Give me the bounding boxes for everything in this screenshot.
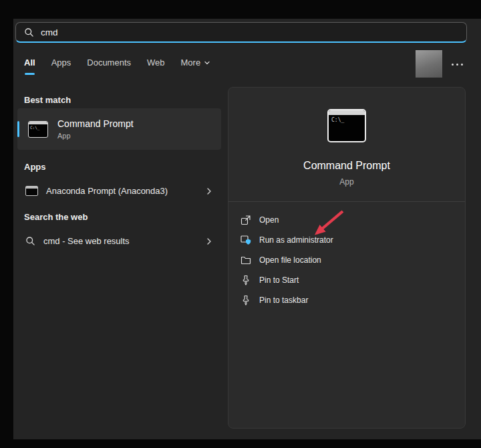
- run-as-admin-icon: [240, 235, 251, 245]
- open-icon: [240, 215, 251, 225]
- pin-icon: [240, 275, 251, 286]
- anaconda-prompt-icon: [25, 186, 38, 196]
- action-label: Open: [259, 215, 279, 225]
- avatar[interactable]: [416, 50, 442, 78]
- start-search-panel: All Apps Documents Web More Best match C…: [13, 19, 481, 439]
- tab-apps[interactable]: Apps: [51, 58, 71, 75]
- list-item-anaconda-prompt[interactable]: Anaconda Prompt (Anaconda3): [17, 177, 221, 205]
- list-item-label: cmd - See web results: [43, 236, 130, 246]
- best-match-subtitle: App: [57, 132, 134, 140]
- best-match-heading: Best match: [24, 95, 71, 105]
- action-label: Pin to Start: [259, 275, 299, 285]
- best-match-title: Command Prompt: [57, 118, 134, 129]
- tab-documents[interactable]: Documents: [87, 58, 131, 75]
- tab-label: More: [181, 58, 201, 68]
- pin-icon: [240, 295, 251, 306]
- apps-heading: Apps: [24, 162, 46, 172]
- command-prompt-icon-large: C:\_: [327, 109, 366, 142]
- list-item-label: Anaconda Prompt (Anaconda3): [46, 186, 168, 196]
- tab-label: Apps: [51, 58, 71, 68]
- tab-all[interactable]: All: [24, 58, 35, 75]
- preview-card: C:\_ Command Prompt App Open Run as admi…: [228, 87, 466, 429]
- search-input[interactable]: [41, 27, 415, 37]
- chevron-down-icon: [204, 60, 210, 66]
- red-arrow-annotation: [305, 208, 347, 244]
- search-the-web-heading: Search the web: [24, 212, 88, 222]
- action-pin-to-start[interactable]: Pin to Start: [228, 270, 465, 290]
- tab-web[interactable]: Web: [147, 58, 165, 75]
- tab-more[interactable]: More: [181, 58, 211, 75]
- tab-label: Web: [147, 58, 165, 68]
- chevron-right-icon: [205, 187, 213, 195]
- list-item-web-results[interactable]: cmd - See web results: [17, 227, 221, 255]
- filter-tabs: All Apps Documents Web More: [24, 58, 210, 75]
- action-label: Open file location: [259, 255, 321, 265]
- action-label: Pin to taskbar: [259, 296, 308, 305]
- folder-icon: [240, 255, 251, 265]
- search-icon: [25, 236, 35, 246]
- tab-label: Documents: [87, 58, 131, 68]
- selection-indicator: [17, 121, 19, 137]
- search-icon: [24, 27, 34, 37]
- search-bar[interactable]: [15, 22, 467, 43]
- ellipsis-icon[interactable]: [448, 60, 466, 68]
- tab-label: All: [24, 58, 35, 68]
- divider: [228, 201, 465, 202]
- action-pin-to-taskbar[interactable]: Pin to taskbar: [228, 290, 465, 310]
- preview-subtitle: App: [228, 177, 465, 187]
- preview-title: Command Prompt: [228, 160, 465, 172]
- command-prompt-icon: C:\_: [28, 121, 48, 138]
- best-match-item[interactable]: C:\_ Command Prompt App: [17, 108, 221, 150]
- action-open-file-location[interactable]: Open file location: [228, 250, 465, 270]
- chevron-right-icon: [205, 237, 213, 245]
